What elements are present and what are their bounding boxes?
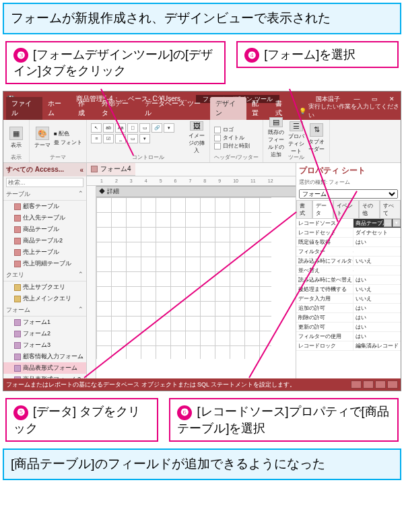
property-value[interactable]: 商品テーブル▾… bbox=[353, 219, 401, 228]
property-value[interactable]: はい bbox=[353, 275, 401, 284]
control-more-icon[interactable]: ▾ bbox=[139, 134, 150, 143]
nav-item[interactable]: 売上明細テーブル bbox=[3, 258, 86, 269]
nav-cat-queries[interactable]: クエリ⌃ bbox=[3, 269, 86, 281]
nav-cat-forms[interactable]: フォーム⌃ bbox=[3, 304, 86, 317]
nav-item[interactable]: 商品表形式フォーム bbox=[3, 362, 86, 374]
tab-format[interactable]: 書式 bbox=[270, 97, 294, 120]
nav-item[interactable]: 売上テーブル bbox=[3, 246, 86, 258]
datasheet-view-button[interactable] bbox=[363, 380, 374, 389]
nav-item[interactable]: 商品テーブル2 bbox=[3, 235, 86, 246]
design-grid[interactable] bbox=[96, 197, 271, 359]
control-pointer-icon[interactable]: ↖ bbox=[91, 123, 102, 133]
control-textbox-icon[interactable]: ab bbox=[103, 123, 114, 133]
control-link-icon[interactable]: 🔗 bbox=[152, 123, 162, 133]
control-combo-icon[interactable]: ▾ bbox=[164, 123, 174, 133]
property-row[interactable]: 読み込み時にフィルターを適用いいえ bbox=[296, 257, 401, 266]
nav-item[interactable]: 売上メインクエリ bbox=[3, 293, 86, 304]
nav-item[interactable]: 商品テーブル bbox=[3, 224, 86, 235]
colors-button[interactable]: ■ 配色 bbox=[54, 130, 82, 137]
fonts-button[interactable]: 亜 フォント bbox=[54, 139, 82, 146]
property-row[interactable]: 更新の許可はい bbox=[296, 323, 401, 332]
tab-dbtools[interactable]: データベース ツール bbox=[139, 97, 210, 120]
tab-file[interactable]: ファイル bbox=[6, 97, 42, 120]
nav-item[interactable]: フォーム1 bbox=[3, 317, 86, 328]
propsheet-tab-書式[interactable]: 書式 bbox=[296, 200, 312, 218]
property-value[interactable]: いいえ bbox=[353, 285, 401, 294]
propsheet-tab-すべて[interactable]: すべて bbox=[380, 200, 401, 218]
property-value[interactable]: はい bbox=[353, 304, 401, 312]
tell-me[interactable]: 💡 実行したい作業を入力してください bbox=[299, 102, 401, 120]
title-button[interactable]: タイトル bbox=[214, 134, 250, 141]
nav-item[interactable]: 仕入先テーブル bbox=[3, 212, 86, 224]
maximize-button[interactable]: ▭ bbox=[368, 96, 380, 102]
control-rect-icon[interactable]: ▭ bbox=[127, 134, 138, 143]
property-value[interactable]: いいえ bbox=[353, 294, 401, 303]
builder-icon[interactable]: … bbox=[384, 219, 392, 227]
tab-external[interactable]: 外部データ bbox=[96, 97, 139, 120]
logo-button[interactable]: ロゴ bbox=[214, 126, 250, 133]
property-value[interactable]: いいえ bbox=[353, 257, 401, 265]
tab-design[interactable]: デザイン bbox=[210, 97, 246, 120]
control-label-icon[interactable]: Aa bbox=[115, 123, 126, 133]
control-check-icon[interactable]: ☑ bbox=[103, 134, 114, 143]
minimize-button[interactable]: — bbox=[351, 96, 363, 102]
nav-item[interactable]: 売上サブクエリ bbox=[3, 281, 86, 293]
theme-button[interactable]: 🎨テーマ bbox=[34, 123, 51, 153]
document-tab[interactable]: フォーム4 bbox=[87, 163, 135, 176]
property-row[interactable]: 並べ替え bbox=[296, 266, 401, 275]
propsheet-tab-データ[interactable]: データ bbox=[312, 200, 333, 218]
close-button[interactable]: ✕ bbox=[386, 96, 398, 102]
nav-cat-tables[interactable]: テーブル⌃ bbox=[3, 189, 86, 201]
propsheet-tab-その他[interactable]: その他 bbox=[359, 200, 380, 218]
add-fields-button[interactable]: ▤既存のフィールドの追加 bbox=[267, 123, 285, 153]
property-row[interactable]: 既定値を取得はい bbox=[296, 238, 401, 247]
control-btn-icon[interactable]: ⎕ bbox=[127, 123, 138, 133]
property-row[interactable]: 削除の許可はい bbox=[296, 313, 401, 323]
nav-item[interactable]: 商品表形式フォーム2 bbox=[3, 374, 86, 378]
controls-gallery[interactable]: ↖ ab Aa ⎕ ▭ 🔗 ▾ ≡ ☑ ⎯ ▭ ▾ bbox=[91, 123, 185, 153]
layout-view-button[interactable] bbox=[375, 380, 386, 389]
property-sheet-button[interactable]: ☰プロパティシート bbox=[288, 123, 305, 153]
property-value[interactable] bbox=[353, 251, 401, 253]
tab-order-button[interactable]: ⇅タブオーダー bbox=[308, 123, 325, 153]
tab-home[interactable]: ホーム bbox=[42, 97, 73, 120]
property-value[interactable]: 編集済みレコード bbox=[353, 341, 401, 350]
tab-create[interactable]: 作成 bbox=[73, 97, 96, 120]
property-row[interactable]: レコードソース商品テーブル▾… bbox=[296, 219, 401, 228]
nav-item[interactable]: フォーム3 bbox=[3, 339, 86, 351]
propsheet-selector[interactable]: フォーム bbox=[299, 189, 398, 199]
detail-section-bar[interactable]: ◆ 詳細 bbox=[96, 186, 296, 197]
property-row[interactable]: フィルターの使用はい bbox=[296, 332, 401, 341]
property-value[interactable]: はい bbox=[353, 323, 401, 331]
control-list-icon[interactable]: ≡ bbox=[91, 134, 102, 143]
property-value[interactable]: はい bbox=[353, 332, 401, 341]
property-value[interactable] bbox=[353, 270, 401, 271]
dropdown-icon[interactable]: ▾ bbox=[393, 219, 401, 227]
datetime-button[interactable]: 日付と時刻 bbox=[214, 142, 250, 149]
view-button[interactable]: ▦表示 bbox=[7, 123, 25, 153]
propsheet-tab-イベント[interactable]: イベント bbox=[333, 200, 359, 218]
property-value[interactable]: ダイナセット bbox=[353, 228, 401, 237]
property-row[interactable]: 後処理まで待機するいいえ bbox=[296, 285, 401, 294]
nav-item[interactable]: 顧客テーブル bbox=[3, 201, 86, 212]
nav-header[interactable]: すべての Access... « bbox=[3, 163, 86, 176]
nav-item[interactable]: 顧客情報入力フォーム bbox=[3, 351, 86, 362]
property-row[interactable]: 読み込み時に並べ替えを適用はい bbox=[296, 275, 401, 285]
form-view-button[interactable] bbox=[351, 380, 362, 389]
property-row[interactable]: フィルター bbox=[296, 247, 401, 257]
design-surface[interactable]: ◆ 詳細 bbox=[96, 186, 296, 378]
insert-image-button[interactable]: 🖼イメージの挿入 bbox=[188, 123, 205, 153]
tab-arrange[interactable]: 配置 bbox=[246, 97, 270, 120]
property-row[interactable]: データ入力用いいえ bbox=[296, 294, 401, 304]
property-row[interactable]: レコードロック編集済みレコード bbox=[296, 341, 401, 351]
control-line-icon[interactable]: ⎯ bbox=[115, 134, 126, 143]
search-input[interactable] bbox=[6, 178, 83, 187]
property-value[interactable]: はい bbox=[353, 313, 401, 322]
property-row[interactable]: 追加の許可はい bbox=[296, 304, 401, 313]
control-tab-icon[interactable]: ▭ bbox=[139, 123, 150, 133]
property-value[interactable]: はい bbox=[353, 238, 401, 246]
property-row[interactable]: レコードセットダイナセット bbox=[296, 228, 401, 238]
nav-item[interactable]: フォーム2 bbox=[3, 328, 86, 339]
chevron-left-icon[interactable]: « bbox=[79, 166, 83, 174]
object-selector[interactable]: フォーム bbox=[299, 189, 398, 199]
